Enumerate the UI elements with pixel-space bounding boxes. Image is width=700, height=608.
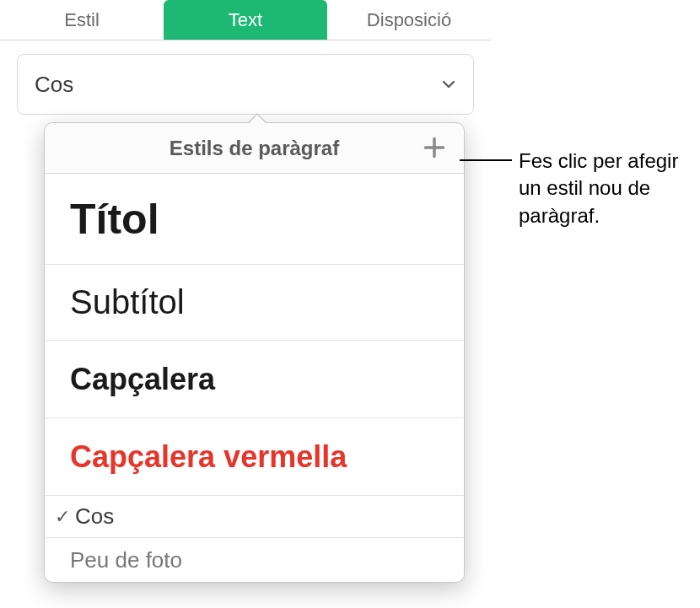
popover-arrow xyxy=(247,113,267,123)
tab-label: Text xyxy=(229,9,262,31)
format-tabs: Estil Text Disposició xyxy=(0,0,491,40)
dropdown-selected-value: Cos xyxy=(35,72,73,98)
tab-label: Estil xyxy=(64,9,100,31)
chevron-down-icon xyxy=(441,77,456,92)
style-row-title[interactable]: Títol xyxy=(45,174,464,265)
callout-annotation: Fes clic per afegir un estil nou de parà… xyxy=(460,148,700,229)
style-row-heading-red[interactable]: Capçalera vermella xyxy=(45,418,464,496)
callout-leader-line xyxy=(460,159,512,161)
tab-layout[interactable]: Disposició xyxy=(327,0,491,40)
style-label: Títol xyxy=(70,195,159,244)
style-label: Subtítol xyxy=(70,283,185,321)
paragraph-style-dropdown[interactable]: Cos xyxy=(17,54,474,115)
paragraph-style-list: Títol Subtítol Capçalera Capçalera verme… xyxy=(45,174,464,582)
checkmark-icon: ✓ xyxy=(53,506,72,528)
style-label: Cos xyxy=(75,503,114,530)
tab-text[interactable]: Text xyxy=(164,0,327,40)
style-row-caption[interactable]: Peu de foto xyxy=(45,538,464,582)
style-label: Peu de foto xyxy=(70,547,182,573)
popover-title: Estils de paràgraf xyxy=(170,137,339,160)
style-row-subtitle[interactable]: Subtítol xyxy=(45,265,464,341)
style-row-body[interactable]: ✓ Cos xyxy=(45,496,464,538)
style-label: Capçalera vermella xyxy=(70,439,347,475)
popover-header: Estils de paràgraf xyxy=(45,123,464,174)
style-row-heading[interactable]: Capçalera xyxy=(45,341,464,418)
tab-label: Disposició xyxy=(367,9,451,31)
format-panel: Estil Text Disposició Cos Estils de parà… xyxy=(0,0,491,115)
plus-icon xyxy=(423,136,446,163)
tab-style[interactable]: Estil xyxy=(0,0,164,40)
add-style-button[interactable] xyxy=(420,135,449,164)
paragraph-styles-popover: Estils de paràgraf Títol Subtítol Capçal… xyxy=(44,122,465,583)
style-label: Capçalera xyxy=(70,362,215,397)
callout-text: Fes clic per afegir un estil nou de parà… xyxy=(519,148,700,229)
